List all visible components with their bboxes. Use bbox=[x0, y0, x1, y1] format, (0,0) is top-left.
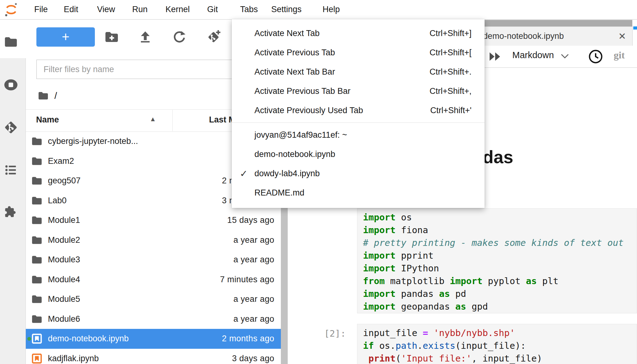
menu-item-help[interactable]: Help bbox=[318, 0, 344, 19]
code-line: print('Input file:', input_file) bbox=[363, 352, 637, 364]
code-line: input_file = 'nybb/nybb.shp' bbox=[363, 327, 637, 339]
history-clock-icon[interactable] bbox=[588, 49, 603, 66]
file-modified: 3 days ago bbox=[232, 354, 274, 363]
menu-command-activate-previous-tab-bar[interactable]: Activate Previous Tab BarCtrl+Shift+, bbox=[232, 81, 485, 101]
folder-icon bbox=[31, 155, 43, 167]
new-launcher-button[interactable]: + bbox=[36, 27, 95, 47]
tabs-dropdown-menu: Activate Next TabCtrl+Shift+]Activate Pr… bbox=[232, 19, 485, 208]
upload-icon[interactable] bbox=[138, 30, 153, 44]
menu-separator bbox=[232, 122, 485, 123]
git-sidebar-icon[interactable] bbox=[4, 120, 18, 135]
file-modified: a year ago bbox=[233, 294, 274, 304]
code-line: import IPython bbox=[363, 262, 637, 275]
file-row-module3[interactable]: Module3a year ago bbox=[26, 250, 281, 270]
cell-type-value: Markdown bbox=[512, 50, 554, 60]
file-row-module1[interactable]: Module115 days ago bbox=[26, 210, 281, 230]
code-line: from matplotlib import pyplot as plt bbox=[363, 275, 637, 288]
code-cell-1[interactable]: import osimport fiona# pretty printing -… bbox=[357, 208, 637, 313]
menu-item-git[interactable]: Git bbox=[203, 0, 222, 19]
folder-icon bbox=[31, 175, 43, 187]
file-name: Module6 bbox=[48, 314, 80, 324]
file-name: Lab0 bbox=[48, 196, 67, 205]
tab-item-label: dowdy-lab4.ipynb bbox=[254, 169, 320, 178]
tab-item-label: README.md bbox=[254, 188, 305, 198]
code-line: import fiona bbox=[363, 224, 637, 237]
tab-demo-notebook[interactable]: demo-notebook.ipynb ✕ bbox=[476, 26, 633, 46]
file-browser-icon[interactable] bbox=[4, 35, 18, 49]
menu-tab-item-readme-md[interactable]: README.md bbox=[232, 183, 485, 202]
file-row-module4[interactable]: Module47 minutes ago bbox=[26, 270, 281, 290]
menu-item-view[interactable]: View bbox=[93, 0, 119, 19]
file-row-module5[interactable]: Module5a year ago bbox=[26, 289, 281, 309]
tab-item-label: demo-notebook.ipynb bbox=[254, 150, 335, 159]
file-row-demo-notebook-ipynb[interactable]: demo-notebook.ipynb2 months ago bbox=[26, 329, 281, 349]
menu-item-edit[interactable]: Edit bbox=[59, 0, 83, 19]
menu-command-activate-next-tab-bar[interactable]: Activate Next Tab BarCtrl+Shift+. bbox=[232, 62, 485, 81]
folder-icon bbox=[31, 234, 43, 246]
file-name: kadjflak.ipynb bbox=[48, 354, 99, 363]
execution-count-prompt: [2]: bbox=[315, 328, 346, 339]
menu-item-run[interactable]: Run bbox=[128, 0, 152, 19]
command-shortcut: Ctrl+Shift+' bbox=[430, 106, 472, 115]
folder-icon bbox=[31, 254, 43, 265]
left-sidebar bbox=[0, 19, 26, 364]
file-row-module6[interactable]: Module6a year ago bbox=[26, 309, 281, 329]
folder-icon bbox=[31, 313, 43, 325]
menu-item-settings[interactable]: Settings bbox=[267, 0, 306, 19]
table-of-contents-icon[interactable] bbox=[4, 163, 18, 177]
menu-tab-item-dowdy-lab4-ipynb[interactable]: ✓dowdy-lab4.ipynb bbox=[232, 164, 485, 183]
folder-icon bbox=[31, 293, 43, 305]
breadcrumb-root[interactable]: / bbox=[54, 90, 57, 101]
file-modified: 2 months ago bbox=[222, 334, 274, 343]
active-tab-indicator bbox=[633, 26, 637, 30]
notebook-icon bbox=[31, 353, 43, 364]
git-clone-icon[interactable] bbox=[206, 30, 221, 44]
file-modified: a year ago bbox=[233, 255, 274, 265]
jupyter-logo-icon bbox=[4, 2, 18, 18]
code-cell-2[interactable]: input_file = 'nybb/nybb.shp'if os.path.e… bbox=[357, 324, 637, 364]
code-line: if os.path.exists(input_file): bbox=[363, 339, 637, 352]
command-label: Activate Previous Tab bbox=[254, 48, 335, 58]
running-kernels-icon[interactable] bbox=[4, 78, 18, 92]
running-kernel-dot bbox=[27, 337, 31, 341]
column-divider bbox=[172, 110, 173, 131]
command-shortcut: Ctrl+Shift+] bbox=[430, 29, 472, 38]
code-line: import geopandas as gpd bbox=[363, 300, 637, 313]
restart-run-all-icon[interactable] bbox=[489, 52, 501, 62]
notebook-icon bbox=[31, 333, 43, 344]
new-folder-icon[interactable] bbox=[104, 30, 119, 44]
checkmark-icon: ✓ bbox=[240, 168, 248, 179]
menu-item-file[interactable]: File bbox=[30, 0, 52, 19]
menu-tab-item-demo-notebook-ipynb[interactable]: demo-notebook.ipynb bbox=[232, 145, 485, 164]
menu-tab-item-jovyan-514af9ac11ef-[interactable]: jovyan@514af9ac11ef: ~ bbox=[232, 125, 485, 145]
file-modified: 7 minutes ago bbox=[220, 275, 274, 284]
column-header-name[interactable]: Name bbox=[36, 115, 59, 125]
file-name: Module5 bbox=[48, 294, 80, 304]
menu-command-activate-next-tab[interactable]: Activate Next TabCtrl+Shift+] bbox=[232, 24, 485, 43]
menu-item-tabs[interactable]: Tabs bbox=[232, 0, 266, 19]
extension-manager-icon[interactable] bbox=[4, 205, 18, 219]
home-folder-icon bbox=[38, 90, 49, 101]
menu-command-activate-previously-used-tab[interactable]: Activate Previously Used TabCtrl+Shift+' bbox=[232, 101, 485, 120]
sort-ascending-icon[interactable]: ▲ bbox=[150, 115, 156, 123]
cell-type-dropdown[interactable]: Markdown bbox=[512, 50, 569, 60]
command-shortcut: Ctrl+Shift+, bbox=[430, 86, 472, 96]
code-line: import pprint bbox=[363, 249, 637, 262]
command-label: Activate Previous Tab Bar bbox=[254, 86, 351, 96]
command-shortcut: Ctrl+Shift+[ bbox=[430, 48, 472, 58]
refresh-icon[interactable] bbox=[172, 30, 187, 44]
file-name: Module3 bbox=[48, 255, 80, 265]
folder-icon bbox=[31, 195, 43, 206]
breadcrumb[interactable]: / bbox=[38, 90, 57, 102]
close-icon[interactable]: ✕ bbox=[618, 31, 626, 42]
file-modified: a year ago bbox=[233, 314, 274, 324]
file-row-kadjflak-ipynb[interactable]: kadjflak.ipynb3 days ago bbox=[26, 349, 281, 364]
tab-title: demo-notebook.ipynb bbox=[483, 31, 564, 41]
file-row-module2[interactable]: Module2a year ago bbox=[26, 230, 281, 250]
command-label: Activate Next Tab bbox=[254, 29, 320, 38]
file-name: demo-notebook.ipynb bbox=[48, 334, 129, 343]
chevron-down-icon bbox=[561, 54, 569, 59]
menu-command-activate-previous-tab[interactable]: Activate Previous TabCtrl+Shift+[ bbox=[232, 43, 485, 62]
menu-bar: FileEditViewRunKernelGitTabsSettingsHelp bbox=[0, 0, 637, 20]
menu-item-kernel[interactable]: Kernel bbox=[161, 0, 194, 19]
